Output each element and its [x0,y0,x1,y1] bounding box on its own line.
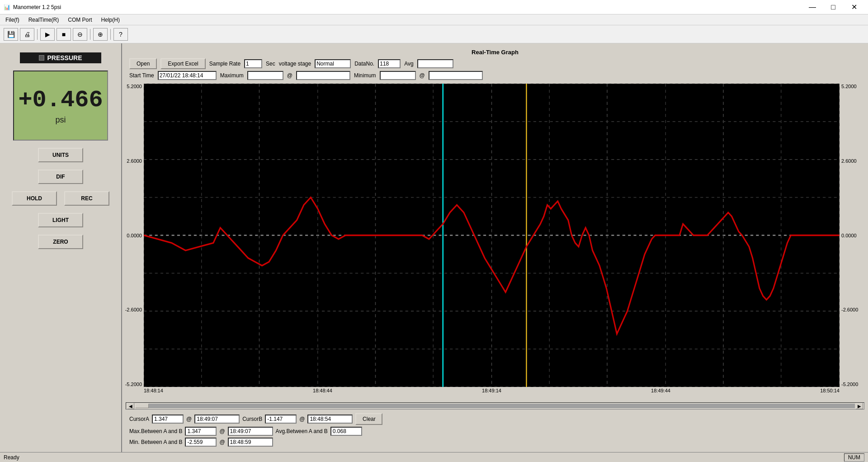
toolbar-sep-2 [90,29,90,40]
min-ab-value: -2.559 [185,438,217,447]
sample-rate-input[interactable] [244,59,262,68]
min-ab-at: @ [219,439,225,445]
titlebar: 📊 Manometer 1.2 5psi — □ ✕ [0,0,868,14]
graph-header: Real-Time Graph Open Export Excel Sample… [126,47,864,82]
chart-svg [144,84,840,387]
x-label-2: 18:49:14 [482,388,501,393]
toolbar-sep-1 [37,29,38,40]
avg-label: Avg [404,61,413,67]
graph-scrollbar[interactable]: ◀ ▶ [126,402,864,410]
max-ab-label: Max.Between A and B [129,428,182,434]
x-label-4: 18:50:14 [820,388,840,393]
sample-rate-label: Sample Rate [209,61,241,67]
app-title: Manometer 1.2 5psi [13,4,61,10]
datano-label: DataNo. [354,61,374,67]
help-button[interactable]: ? [113,28,128,41]
x-label-3: 18:49:44 [651,388,670,393]
open-button[interactable]: Open [129,58,157,69]
minimum-label: Minimum [354,72,376,79]
start-time-label: Start Time [129,72,154,79]
pressure-display: +0.466 psi [13,71,108,141]
play-button[interactable]: ▶ [40,28,55,41]
scroll-track[interactable] [135,404,855,408]
print-button[interactable]: 🖨 [20,28,34,41]
scroll-thumb[interactable] [135,404,149,408]
y-label-4-left: -2.6000 [125,307,142,312]
light-button[interactable]: LIGHT [38,213,83,227]
avg-ab-label: Avg.Between A and B [276,428,328,434]
graph-inner[interactable] [144,84,840,387]
y-axis-right: 5.2000 2.6000 0.0000 -2.6000 -5.2000 [840,84,864,387]
titlebar-controls: — □ ✕ [802,0,864,14]
datano-input[interactable] [378,59,401,68]
graph-controls: Open Export Excel Sample Rate Sec voltag… [129,58,861,69]
min-ab-label: Min. Between A and B [129,439,182,445]
hold-button[interactable]: HOLD [12,191,57,206]
rec-button[interactable]: REC [64,191,109,206]
pressure-label: PRESSURE [20,52,101,63]
right-panel: Real-Time Graph Open Export Excel Sample… [122,43,868,452]
hold-rec-row: HOLD REC [12,191,109,206]
max-ab-value: 1.347 [185,427,217,436]
minimum-time-input[interactable] [429,71,483,80]
toolbar-sep-3 [110,29,111,40]
bottom-info: CursorA 1.347 @ 18:49:07 CursorB -1.147 … [126,411,864,448]
min-ab-time: 18:48:59 [228,438,273,447]
dif-button[interactable]: DIF [38,170,83,184]
pressure-value: +0.466 [18,87,103,113]
y-label-mid-left: 0.0000 [127,233,142,238]
save-button[interactable]: 💾 [4,28,18,41]
voltage-stage-input[interactable] [315,59,351,68]
y-label-bot-right: -5.2000 [841,382,858,387]
minimum-at: @ [420,72,425,79]
cursorB-value: -1.147 [265,415,297,424]
maximum-time-input[interactable] [296,71,350,80]
avg-input[interactable] [417,59,453,68]
y-label-2-right: 2.6000 [841,158,857,164]
max-ab-time: 18:49:07 [228,427,273,436]
y-axis-left: 5.2000 2.6000 0.0000 -2.6000 -5.2000 [126,84,144,387]
statusbar: Ready NUM [0,452,868,462]
target-button[interactable]: ⊕ [93,28,108,41]
close-button[interactable]: ✕ [844,0,864,14]
num-indicator: NUM [844,453,864,462]
menu-help[interactable]: Help(H) [98,16,123,24]
export-button[interactable]: Export Excel [160,58,205,69]
start-time-input[interactable] [158,71,217,80]
graph-container: 5.2000 2.6000 0.0000 -2.6000 -5.2000 5.2… [126,84,864,401]
y-label-top-right: 5.2000 [841,84,857,89]
cursorA-label: CursorA [129,416,149,422]
pressure-unit: psi [55,115,66,125]
maximum-input[interactable] [247,71,283,80]
scroll-left-arrow[interactable]: ◀ [127,403,134,409]
zero-button[interactable]: ZERO [38,235,83,249]
app-icon: 📊 [4,4,10,10]
y-label-4-right: -2.6000 [841,307,858,312]
max-ab-at: @ [219,428,225,434]
maximize-button[interactable]: □ [823,0,844,14]
minus-button[interactable]: ⊖ [73,28,87,41]
voltage-stage-label: voltage stage [279,61,311,67]
cursorA-value: 1.347 [152,415,184,424]
toolbar: 💾 🖨 ▶ ■ ⊖ ⊕ ? [0,25,868,43]
menu-comport[interactable]: COM Port [64,16,95,24]
y-label-top-left: 5.2000 [127,84,142,89]
stop-button[interactable]: ■ [57,28,71,41]
y-label-mid-right: 0.0000 [841,233,857,238]
minimum-input[interactable] [380,71,416,80]
y-label-bot-left: -5.2000 [125,382,142,387]
minimize-button[interactable]: — [802,0,823,14]
units-button[interactable]: UNITS [38,148,83,162]
cursorB-label: CursorB [242,416,262,422]
menu-file[interactable]: File(f) [2,16,23,24]
scroll-right-arrow[interactable]: ▶ [856,403,863,409]
clear-button[interactable]: Clear [355,413,382,425]
x-label-1: 18:48:44 [313,388,332,393]
titlebar-left: 📊 Manometer 1.2 5psi [4,4,61,10]
x-axis: 18:48:14 18:48:44 18:49:14 18:49:44 18:5… [144,387,840,401]
x-label-0: 18:48:14 [144,388,163,393]
menu-realtime[interactable]: RealTime(R) [25,16,63,24]
y-label-2-left: 2.6000 [127,158,142,164]
menubar: File(f) RealTime(R) COM Port Help(H) [0,14,868,25]
cursorA-time: 18:49:07 [194,415,240,424]
